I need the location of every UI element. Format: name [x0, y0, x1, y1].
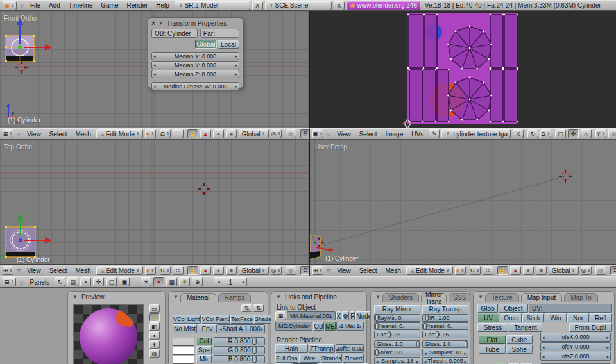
rotate-manipulator-icon[interactable]: ●: [213, 129, 224, 138]
cursor-3d-front[interactable]: [15, 61, 28, 74]
stick-toggle[interactable]: Stick: [522, 313, 544, 322]
panel-collapse-icon[interactable]: ▼: [158, 21, 164, 26]
fake-user-button[interactable]: F: [350, 311, 355, 320]
image-selector[interactable]: ⇕ :cylinder texture.tga: [441, 129, 511, 138]
script-buttons-icon[interactable]: ▤: [67, 277, 78, 286]
uv-coords-toggle[interactable]: UV: [477, 313, 499, 322]
mir-button[interactable]: Mir: [196, 355, 212, 363]
pivot-dropdown[interactable]: Ω⇕: [160, 266, 171, 275]
stress-toggle[interactable]: Stress: [477, 323, 508, 332]
panel-collapse-icon[interactable]: ▼: [375, 294, 381, 300]
median-x-slider[interactable]: ◂Median X: 0.000▸: [151, 52, 239, 60]
manipulator-extra-icon[interactable]: ∷: [173, 266, 184, 275]
orientation-dropdown[interactable]: Global⇕: [239, 266, 269, 275]
refl-toggle[interactable]: Refl: [590, 313, 612, 322]
translate-manipulator-icon[interactable]: ▲: [510, 266, 521, 275]
frame-counter[interactable]: ◂1▸: [214, 277, 247, 286]
pivot-dropdown[interactable]: Ω⇕: [160, 129, 171, 138]
menu-view[interactable]: View: [334, 131, 354, 138]
scale-manipulator-icon[interactable]: ■: [536, 266, 547, 275]
no-mist-toggle[interactable]: No Mist: [173, 324, 197, 333]
editor-type-button[interactable]: ⊞⇕: [3, 266, 13, 275]
menu-select[interactable]: Select: [46, 267, 71, 274]
fresnel-tra-slider[interactable]: Fresnel: 0.: [422, 322, 468, 330]
tangent-toggle[interactable]: Tangent: [509, 323, 542, 332]
pin-image-icon[interactable]: ✎: [429, 129, 440, 138]
material-index-counter[interactable]: ◂1 Mat 1▸: [336, 322, 364, 331]
viewport-shading-dropdown[interactable]: ●⇕: [145, 129, 156, 138]
vertex-select-mode-icon[interactable]: ⠿: [610, 266, 616, 275]
mode-dropdown[interactable]: ▲Edit Mode⇕: [96, 129, 143, 138]
auto-name-icon[interactable]: ⚙: [342, 311, 349, 320]
menu-view[interactable]: View: [334, 267, 354, 274]
spe-button[interactable]: Spe: [196, 346, 212, 354]
screen-close-button[interactable]: X: [252, 1, 263, 10]
proportional-edit-icon[interactable]: ◍: [595, 266, 606, 275]
tab-map-input[interactable]: Map Input: [521, 293, 562, 302]
win-toggle[interactable]: Win: [545, 313, 567, 322]
zoffs-slider[interactable]: ◂Zoffs: 0.00▸: [336, 344, 364, 353]
parent-field[interactable]: Par:: [200, 29, 239, 38]
orientation-dropdown[interactable]: Global⇕: [239, 129, 269, 138]
zinvert-toggle[interactable]: ZInvert: [343, 354, 364, 363]
fac-tra-slider[interactable]: Fac: 1.25: [422, 331, 468, 338]
me-name-field[interactable]: ME:Cylinder: [275, 322, 312, 331]
uv-image-editor[interactable]: [309, 11, 616, 128]
render-preview-dropdown[interactable]: ◎⇕: [581, 266, 592, 275]
object-toggle[interactable]: Object: [499, 304, 528, 313]
menu-file[interactable]: File: [27, 2, 44, 9]
preview-sky-icon[interactable]: ◍: [149, 349, 160, 358]
vcol-paint-toggle[interactable]: VCol Paint: [201, 315, 230, 324]
tab-mirror-transp[interactable]: Mirror Trans: [421, 293, 447, 302]
render-preview-dropdown[interactable]: ◎⇕: [271, 266, 282, 275]
header-menu-collapse-icon[interactable]: ▽: [15, 268, 22, 274]
full-osa-toggle[interactable]: Full Osa: [275, 354, 298, 363]
menu-view[interactable]: View: [24, 267, 44, 274]
shading-buttons-icon[interactable]: ●: [80, 277, 91, 286]
editor-type-button[interactable]: ⊞⇕: [3, 129, 13, 138]
tab-map-to[interactable]: Map To: [564, 293, 598, 302]
editor-type-button[interactable]: ⊞⇕: [312, 266, 323, 275]
tab-sss[interactable]: SSS: [449, 293, 470, 302]
panel-collapse-icon[interactable]: ▼: [73, 294, 78, 300]
raymir-slider[interactable]: RayMir: 0.: [374, 314, 420, 322]
editor-type-button-uv[interactable]: ▣⇕: [312, 129, 323, 138]
from-dupli-toggle[interactable]: From Dupli: [569, 323, 612, 332]
ofsz-field[interactable]: ◂ofsZ 0.000▸: [540, 352, 611, 361]
viewport-shading-dropdown[interactable]: ●⇕: [145, 266, 156, 275]
viewport-persp[interactable]: User Persp (1) Cylinder: [309, 140, 616, 265]
menu-timeline[interactable]: Timeline: [65, 2, 96, 9]
object-buttons-icon[interactable]: ✛: [93, 277, 104, 286]
panel-close-icon[interactable]: ×: [151, 20, 155, 27]
proportional-edit-icon[interactable]: ◍: [286, 129, 296, 138]
scale-manipulator-icon[interactable]: ■: [226, 266, 237, 275]
ztransp-toggle[interactable]: ZTransp: [309, 344, 335, 353]
cursor-3d-top[interactable]: [198, 183, 210, 195]
env-toggle[interactable]: Env: [198, 324, 217, 333]
pivot-dropdown[interactable]: Ω⇕: [470, 266, 481, 275]
preview-sphere-icon[interactable]: ●: [149, 313, 160, 322]
panel-collapse-icon[interactable]: ▼: [478, 294, 483, 300]
menu-select[interactable]: Select: [356, 267, 381, 274]
samples-tra-field[interactable]: ◂Samples: 18▸: [422, 349, 468, 356]
ray-mirror-toggle[interactable]: Ray Mirror: [374, 305, 420, 313]
menu-panels[interactable]: Panels: [27, 279, 53, 286]
scene-buttons-icon[interactable]: ▣: [119, 277, 130, 286]
menu-mesh[interactable]: Mesh: [72, 131, 94, 138]
median-z-slider[interactable]: ◂Median Z: 0.000▸: [151, 70, 239, 78]
header-menu-collapse-icon[interactable]: ▽: [325, 268, 332, 274]
translate-manipulator-icon[interactable]: ▲: [200, 129, 211, 138]
uv-face-select-icon[interactable]: △: [581, 129, 592, 138]
mode-dropdown[interactable]: ▲Edit Mode⇕: [96, 266, 143, 275]
col-button[interactable]: Col: [196, 337, 212, 345]
lamp-buttons-icon[interactable]: ☀: [141, 277, 151, 286]
menu-uvs[interactable]: UVs: [408, 131, 427, 138]
uv-layer-field[interactable]: UV:: [529, 304, 612, 313]
render-preview-dropdown[interactable]: ◎⇕: [271, 129, 282, 138]
translate-manipulator-icon[interactable]: ▲: [200, 266, 211, 275]
fac-mir-slider[interactable]: Fac: 1.25: [374, 331, 420, 338]
editing-buttons-icon[interactable]: ▢: [106, 277, 117, 286]
unlink-material-button[interactable]: X: [336, 311, 342, 320]
thresh-tra-field[interactable]: ◂Thresh: 0.005▸: [422, 357, 468, 364]
browse-material-icon[interactable]: ⊞: [275, 311, 286, 320]
